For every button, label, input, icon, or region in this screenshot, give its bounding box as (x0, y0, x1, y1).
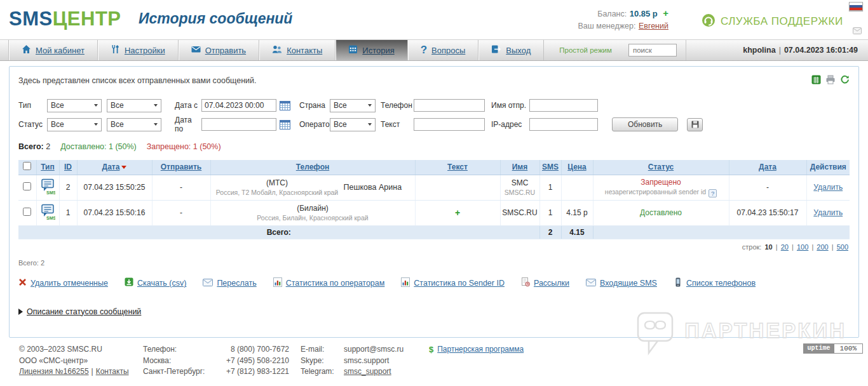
cell-id: 2 (59, 175, 77, 200)
status-select-2[interactable]: Все (107, 118, 161, 131)
help-icon[interactable]: ? (709, 189, 717, 197)
tab-questions[interactable]: ? Вопросы (408, 40, 479, 60)
header-date2[interactable]: Дата (759, 163, 776, 171)
refresh-button[interactable]: Обновить (612, 117, 678, 131)
spb-label: Санкт-Петербург: (143, 366, 214, 378)
forward-link[interactable]: Переслать (203, 277, 256, 289)
text-filter-label: Текст (381, 120, 412, 129)
select-value: Все (111, 101, 124, 110)
header-status[interactable]: Статус (648, 163, 674, 171)
text-filter-input[interactable] (414, 118, 485, 131)
statuses-description-toggle[interactable]: Описание статусов сообщений (18, 307, 850, 316)
phone-filter-input[interactable] (414, 99, 485, 112)
header-type[interactable]: Тип (41, 163, 55, 171)
date-to-input[interactable] (201, 118, 276, 131)
mailings-link[interactable]: Рассылки (521, 277, 569, 290)
save-filter-button[interactable] (687, 118, 703, 131)
tab-send[interactable]: Отправить (179, 40, 259, 60)
header-name[interactable]: Имя (512, 163, 528, 171)
header-send[interactable]: Отправить (161, 163, 201, 171)
download-csv-link[interactable]: Скачать (csv) (125, 277, 186, 289)
tab-logout[interactable]: Выход (478, 40, 544, 60)
operator-select[interactable]: Все (330, 118, 376, 131)
sort-desc-icon (121, 166, 126, 169)
tab-label: Выход (506, 46, 531, 55)
tab-label: Отправить (205, 46, 246, 55)
chevron-down-icon (154, 123, 158, 126)
current-datetime: 07.04.2023 16:01:49 (784, 46, 858, 55)
header-date[interactable]: Дата (102, 163, 120, 171)
header-text[interactable]: Текст (447, 163, 468, 171)
action-label: Скачать (csv) (137, 279, 186, 288)
search-input[interactable] (628, 44, 677, 57)
select-value: Все (51, 101, 64, 110)
telegram-link[interactable]: smsc_support (344, 366, 391, 378)
header-id[interactable]: ID (64, 163, 72, 171)
refresh-icon[interactable] (840, 75, 850, 84)
support-service-link[interactable]: СЛУЖБА ПОДДЕРЖКИ (701, 13, 843, 30)
separator: | (811, 243, 813, 251)
status-select-1[interactable]: Все (47, 118, 102, 131)
type-select-1[interactable]: Все (47, 99, 102, 112)
sender-filter-input[interactable] (529, 99, 598, 112)
stats-by-operator-link[interactable]: Статистика по операторам (273, 277, 385, 290)
expand-text-link[interactable]: + (455, 208, 460, 218)
actions-bar: Удалить отмеченные Скачать (csv) Пересла… (18, 277, 850, 290)
phone-value: 8 (800) 700-7672 (214, 344, 289, 356)
logo[interactable]: SMSЦЕНТР (9, 8, 121, 30)
select-all-checkbox[interactable] (23, 162, 31, 170)
manager-label: Ваш менеджер: (578, 22, 636, 30)
phone-filter-label: Телефон (381, 101, 412, 110)
header-price[interactable]: Цена (567, 163, 587, 171)
phone-list-link[interactable]: Список телефонов (674, 277, 756, 290)
country-select[interactable]: Все (330, 99, 376, 112)
filters: Тип Все Все Дата с Страна Все Телефон Им… (18, 98, 850, 132)
row-checkbox[interactable] (23, 182, 31, 190)
manager-link[interactable]: Евгений (639, 22, 668, 30)
header-phone[interactable]: Телефон (296, 163, 329, 171)
partner-program-link[interactable]: Партнерская программа (437, 345, 524, 354)
chart-icon (273, 277, 282, 290)
page-header: SMSЦЕНТР История сообщений Баланс: 10.85… (0, 0, 868, 39)
tab-settings[interactable]: Настройки (98, 40, 179, 60)
country-filter-label: Страна (299, 101, 329, 110)
calendar-picker-icon[interactable] (280, 100, 290, 110)
mail-icon[interactable] (853, 25, 862, 37)
summary-total-value: 2 (46, 142, 50, 151)
tab-history-active[interactable]: История (336, 40, 407, 60)
print-icon[interactable] (825, 75, 836, 84)
action-label: Список телефонов (686, 279, 756, 288)
delete-row-link[interactable]: Удалить (813, 183, 843, 192)
balance-label: Баланс: (597, 10, 627, 18)
delete-row-link[interactable]: Удалить (813, 208, 843, 217)
date-to-label: Дата по (175, 116, 201, 133)
russian-flag-icon[interactable] (849, 2, 863, 11)
rows-option-100[interactable]: 100 (797, 243, 808, 251)
contacts-link[interactable]: Контакты (96, 366, 129, 378)
username: khpolina (743, 46, 775, 55)
page-title: История сообщений (139, 10, 292, 27)
header-sms[interactable]: SMS (542, 163, 559, 171)
stats-by-sender-link[interactable]: Статистика по Sender ID (401, 277, 505, 290)
moscow-value: +7 (495) 508-2210 (214, 356, 289, 367)
row-checkbox[interactable] (23, 208, 31, 216)
add-funds-button[interactable]: + (663, 8, 668, 18)
type-select-2[interactable]: Все (107, 99, 161, 112)
incoming-sms-link[interactable]: Входящие SMS (586, 277, 657, 289)
rows-option-200[interactable]: 200 (817, 243, 828, 251)
delete-selected-link[interactable]: Удалить отмеченные (18, 277, 108, 289)
phone-list-icon (674, 277, 682, 290)
ip-filter-input[interactable] (529, 118, 598, 131)
license-link[interactable]: Лицензия №166255 (19, 366, 89, 378)
tab-contacts[interactable]: Контакты (259, 40, 336, 60)
date-from-input[interactable] (201, 99, 276, 112)
rows-option-500[interactable]: 500 (837, 243, 848, 251)
inbox-mail-icon (586, 277, 596, 289)
forward-mail-icon (203, 277, 213, 289)
rows-option-20[interactable]: 20 (781, 243, 789, 251)
table-totals-row: Всего: 2 4.15 (18, 225, 850, 239)
tab-my-cabinet[interactable]: Мой кабинет (8, 40, 98, 60)
simple-mode-link[interactable]: Простой режим (544, 40, 628, 60)
export-excel-icon[interactable] (811, 75, 821, 84)
calendar-picker-icon[interactable] (280, 119, 290, 130)
